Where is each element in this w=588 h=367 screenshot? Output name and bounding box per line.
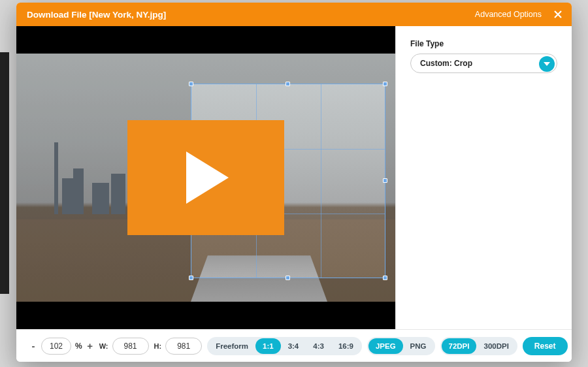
- svg-marker-1: [544, 62, 550, 66]
- zoom-input[interactable]: [41, 338, 71, 355]
- file-type-value: Custom: Crop: [420, 59, 472, 68]
- ratio-3-4[interactable]: 3:4: [281, 338, 306, 354]
- modal-title: Download File [New York, NY.jpg]: [27, 10, 475, 20]
- download-modal: Download File [New York, NY.jpg] Advance…: [16, 3, 572, 362]
- height-label: H:: [154, 342, 162, 350]
- ratio-4-3[interactable]: 4:3: [306, 338, 331, 354]
- format-jpeg[interactable]: JPEG: [368, 338, 403, 354]
- ratio-freeform[interactable]: Freeform: [208, 338, 255, 354]
- file-type-dropdown[interactable]: Custom: Crop: [410, 54, 557, 73]
- svg-marker-0: [186, 152, 229, 204]
- format-png[interactable]: PNG: [403, 338, 434, 354]
- width-label: W:: [99, 342, 108, 350]
- height-input[interactable]: [165, 338, 202, 355]
- zoom-percent-label: %: [75, 342, 82, 351]
- format-group: JPEG PNG: [367, 337, 435, 355]
- close-icon[interactable]: [553, 10, 563, 19]
- play-button[interactable]: [127, 120, 284, 235]
- height-group: H:: [154, 338, 203, 355]
- modal-body: File Type Custom: Crop: [16, 26, 572, 329]
- modal-header: Download File [New York, NY.jpg] Advance…: [16, 3, 572, 26]
- reset-button[interactable]: Reset: [523, 337, 568, 355]
- aspect-ratio-group: Freeform 1:1 3:4 4:3 16:9: [207, 337, 362, 355]
- zoom-in-button[interactable]: +: [86, 340, 94, 351]
- ratio-1-1[interactable]: 1:1: [255, 338, 281, 354]
- dpi-72[interactable]: 72DPI: [442, 338, 477, 354]
- dropdown-toggle-icon[interactable]: [539, 56, 555, 72]
- modal-footer: - % + W: H: Freeform 1:1 3:4 4:3 16:9 JP…: [16, 329, 572, 362]
- advanced-options-link[interactable]: Advanced Options: [475, 10, 542, 19]
- zoom-out-button[interactable]: -: [29, 340, 37, 351]
- dpi-group: 72DPI 300DPI: [440, 337, 517, 355]
- dpi-300[interactable]: 300DPI: [476, 338, 515, 354]
- background-strip: [0, 52, 9, 294]
- width-group: W:: [99, 338, 149, 355]
- options-sidebar: File Type Custom: Crop: [395, 26, 572, 329]
- canvas-area[interactable]: [16, 26, 395, 329]
- file-type-label: File Type: [410, 39, 557, 48]
- zoom-controls: - % +: [29, 338, 94, 355]
- ratio-16-9[interactable]: 16:9: [331, 338, 361, 354]
- width-input[interactable]: [112, 338, 149, 355]
